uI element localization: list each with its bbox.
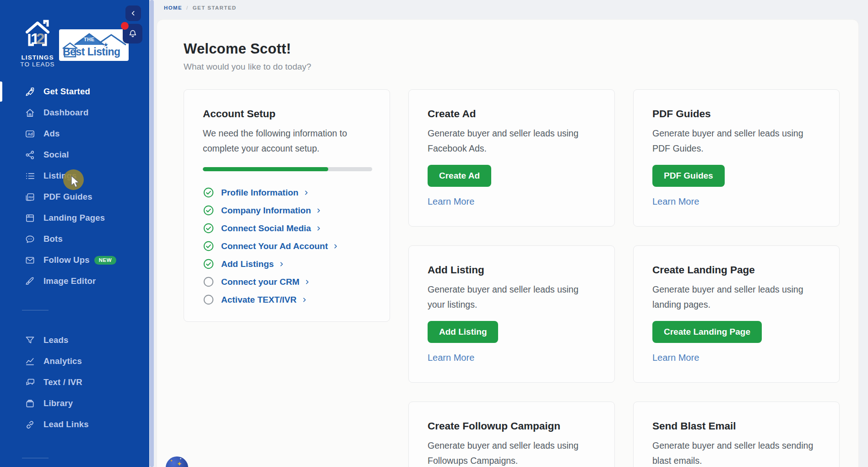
card-description: Generate buyer and seller leads sending … bbox=[652, 438, 814, 467]
setup-step-label: Connect Social Media bbox=[221, 223, 311, 234]
sidebar-item-ads[interactable]: Ad Ads bbox=[0, 123, 149, 144]
card-title: PDF Guides bbox=[652, 108, 821, 120]
home-icon bbox=[24, 107, 36, 119]
cards-column-2: Create Ad Generate buyer and seller lead… bbox=[408, 89, 615, 467]
sidebar-item-label: Social bbox=[43, 150, 69, 160]
sidebar-scrollbar-thumb[interactable] bbox=[150, 0, 154, 467]
page-title: Welcome Scott! bbox=[184, 41, 840, 57]
sms-icon bbox=[24, 376, 36, 388]
check-circle-icon bbox=[203, 187, 214, 198]
learn-more-link[interactable]: Learn More bbox=[428, 196, 474, 207]
sidebar-item-label: Lead Links bbox=[43, 419, 89, 429]
learn-more-link[interactable]: Learn More bbox=[428, 353, 474, 363]
chevron-right-icon bbox=[278, 261, 285, 267]
setup-step-label: Add Listings bbox=[221, 259, 274, 269]
account-setup-card: Account Setup We need the following info… bbox=[184, 89, 390, 322]
create-ad-button[interactable]: Create Ad bbox=[428, 165, 491, 187]
partner-logo-name: Best Listing bbox=[63, 46, 120, 58]
new-badge: NEW bbox=[94, 256, 116, 265]
sidebar-collapse-button[interactable] bbox=[125, 5, 141, 21]
add-listing-button[interactable]: Add Listing bbox=[428, 321, 498, 343]
setup-step-label: Profile Information bbox=[221, 188, 298, 198]
sidebar-item-follow-ups[interactable]: Follow Ups NEW bbox=[0, 250, 149, 271]
library-icon bbox=[24, 397, 36, 409]
sidebar-item-get-started[interactable]: Get Started bbox=[0, 81, 149, 102]
sidebar-item-leads[interactable]: Leads bbox=[0, 330, 149, 351]
sidebar-item-label: Image Editor bbox=[43, 276, 96, 286]
sidebar-item-lead-links[interactable]: Lead Links bbox=[0, 414, 149, 435]
best-listing-logo: THE ★ Best Listing bbox=[59, 29, 129, 61]
pdf-guides-button[interactable]: PDF Guides bbox=[652, 165, 725, 187]
sidebar-item-listings[interactable]: Listings bbox=[0, 165, 149, 186]
card-description: We need the following information to com… bbox=[203, 126, 364, 156]
breadcrumb: HOME / GET STARTED bbox=[164, 5, 236, 11]
sidebar-item-label: Listings bbox=[43, 171, 77, 181]
pdf-icon: PDF bbox=[24, 191, 36, 203]
create-landing-page-button[interactable]: Create Landing Page bbox=[652, 321, 762, 343]
sidebar-item-label: PDF Guides bbox=[43, 192, 92, 202]
share-icon bbox=[24, 149, 36, 161]
sidebar-item-label: Follow Ups bbox=[43, 255, 90, 265]
main-panel: Welcome Scott! What would you like to do… bbox=[157, 19, 859, 467]
setup-step-label: Company Information bbox=[221, 206, 311, 216]
setup-steps-list: Profile Information Company Information … bbox=[203, 184, 371, 309]
setup-step-profile-information[interactable]: Profile Information bbox=[203, 184, 371, 201]
link-icon bbox=[24, 418, 36, 430]
brand-line1: LISTINGS bbox=[17, 54, 58, 61]
sidebar-nav: Get Started Dashboard Ad Ads bbox=[0, 81, 149, 467]
sidebar-scrollbar[interactable] bbox=[149, 0, 154, 467]
breadcrumb-home-link[interactable]: HOME bbox=[164, 5, 182, 11]
sidebar-item-landing-pages[interactable]: Landing Pages bbox=[0, 207, 149, 228]
setup-step-label: Activate TEXT/IVR bbox=[221, 295, 297, 305]
learn-more-link[interactable]: Learn More bbox=[652, 196, 699, 207]
page-subtitle: What would you like to do today? bbox=[184, 62, 840, 72]
card-description: Generate buyer and seller leads using Fo… bbox=[428, 438, 589, 467]
setup-step-add-listings[interactable]: Add Listings bbox=[203, 255, 371, 273]
card-title: Add Listing bbox=[428, 264, 596, 276]
svg-text:PDF: PDF bbox=[28, 195, 33, 198]
send-blast-email-card: Send Blast Email Generate buyer and sell… bbox=[633, 402, 840, 467]
card-title: Send Blast Email bbox=[652, 420, 821, 432]
sparkle-icon: ✦ bbox=[177, 460, 182, 467]
chat-bubble-icon bbox=[24, 233, 36, 245]
funnel-icon bbox=[24, 334, 36, 346]
sidebar-item-label: Landing Pages bbox=[43, 213, 105, 223]
sidebar-item-social[interactable]: Social bbox=[0, 144, 149, 165]
pdf-guides-card: PDF Guides Generate buyer and seller lea… bbox=[633, 89, 840, 227]
svg-text:Ad: Ad bbox=[27, 131, 33, 136]
card-title: Create Landing Page bbox=[652, 264, 821, 276]
setup-step-label: Connect your CRM bbox=[221, 277, 299, 287]
brand-line2: TO LEADS bbox=[17, 61, 58, 68]
chevron-right-icon bbox=[304, 279, 310, 285]
sidebar-item-label: Bots bbox=[43, 234, 63, 244]
check-circle-icon bbox=[203, 258, 214, 270]
setup-step-connect-crm[interactable]: Connect your CRM bbox=[203, 273, 371, 291]
sidebar-item-text-ivr[interactable]: Text / IVR bbox=[0, 372, 149, 393]
sidebar-item-library[interactable]: Library bbox=[0, 393, 149, 414]
sidebar-item-dashboard[interactable]: Dashboard bbox=[0, 102, 149, 123]
chevron-right-icon bbox=[315, 225, 322, 232]
setup-step-activate-text-ivr[interactable]: Activate TEXT/IVR bbox=[203, 291, 371, 309]
sidebar-item-label: Ads bbox=[43, 129, 60, 139]
sidebar-item-bots[interactable]: Bots bbox=[0, 228, 149, 250]
sidebar-item-image-editor[interactable]: Image Editor bbox=[0, 271, 149, 292]
setup-step-company-information[interactable]: Company Information bbox=[203, 201, 371, 219]
sidebar-item-label: Text / IVR bbox=[43, 377, 82, 387]
cards-grid: Account Setup We need the following info… bbox=[184, 89, 840, 467]
chart-icon bbox=[24, 355, 36, 367]
bell-icon bbox=[128, 29, 138, 39]
house-12-icon: 1 2 bbox=[21, 18, 54, 51]
setup-step-connect-social-media[interactable]: Connect Social Media bbox=[203, 219, 371, 237]
setup-step-connect-ad-account[interactable]: Connect Your Ad Account bbox=[203, 237, 371, 255]
notifications-button[interactable] bbox=[123, 24, 142, 43]
cards-column-3: PDF Guides Generate buyer and seller lea… bbox=[633, 89, 840, 467]
sidebar-item-label: Library bbox=[43, 398, 73, 408]
sidebar-item-pdf-guides[interactable]: PDF PDF Guides bbox=[0, 186, 149, 207]
sidebar-item-analytics[interactable]: Analytics bbox=[0, 351, 149, 372]
svg-text:2: 2 bbox=[36, 30, 45, 47]
check-circle-icon bbox=[203, 223, 214, 234]
breadcrumb-separator: / bbox=[186, 5, 189, 11]
breadcrumb-current: GET STARTED bbox=[193, 5, 237, 11]
ad-icon: Ad bbox=[24, 128, 36, 140]
learn-more-link[interactable]: Learn More bbox=[652, 353, 699, 363]
